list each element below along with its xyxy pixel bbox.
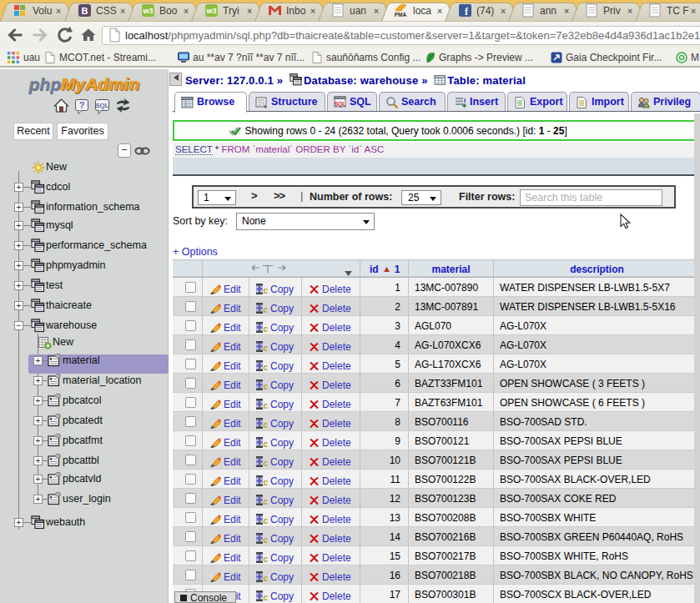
svg-text:c: c xyxy=(264,516,269,525)
svg-text:c: c xyxy=(264,401,269,410)
svg-text:PMA: PMA xyxy=(395,12,407,18)
svg-text:c: c xyxy=(264,420,269,430)
svg-text:SQL: SQL xyxy=(95,102,109,109)
svg-text:c: c xyxy=(264,574,269,583)
svg-text:i: i xyxy=(464,97,466,104)
svg-text:c: c xyxy=(264,363,269,372)
svg-text:c: c xyxy=(264,478,269,487)
svg-text:SQL: SQL xyxy=(335,101,345,108)
svg-text:w3: w3 xyxy=(205,7,216,15)
svg-text:c: c xyxy=(264,555,269,564)
svg-text:c: c xyxy=(264,382,269,391)
svg-text:c: c xyxy=(264,535,269,545)
svg-text:c: c xyxy=(264,440,269,449)
svg-text:c: c xyxy=(264,459,269,468)
svg-text:c: c xyxy=(264,286,269,295)
svg-text:c: c xyxy=(264,497,269,506)
svg-text:c: c xyxy=(264,324,269,334)
svg-text:B: B xyxy=(82,6,88,16)
svg-text:c: c xyxy=(264,305,269,314)
svg-text:c: c xyxy=(264,593,269,602)
svg-text:w3: w3 xyxy=(142,7,153,15)
svg-text:c: c xyxy=(264,344,269,353)
svg-text:?: ? xyxy=(79,100,85,110)
